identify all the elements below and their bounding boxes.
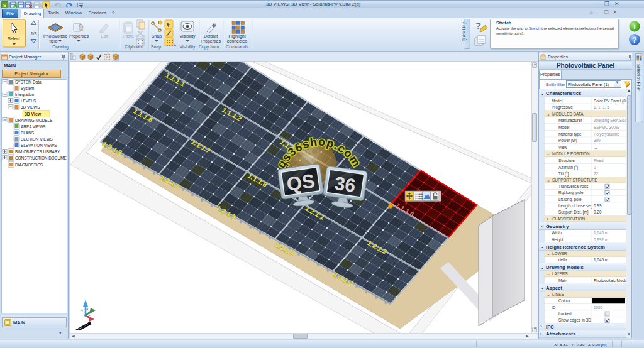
svg-text:Model: Model (558, 125, 569, 129)
svg-text:System: System (21, 86, 34, 91)
svg-text:AREA VIEWS: AREA VIEWS (21, 124, 45, 129)
svg-text:Lft.long. pole: Lft.long. pole (558, 197, 582, 202)
svg-text:DRAWING MODELS: DRAWING MODELS (15, 118, 52, 122)
svg-text:SUPPORT STRUCTURE: SUPPORT STRUCTURE (552, 178, 597, 182)
svg-text:Photovoltaic Modul: Photovoltaic Modul (594, 278, 628, 283)
svg-text:0,992 m: 0,992 m (594, 237, 608, 242)
svg-text:0.99: 0.99 (594, 204, 602, 208)
svg-text:Photovoltaic: Photovoltaic (43, 34, 68, 38)
svg-text:1. 1. 1. 5: 1. 1. 1. 5 (594, 105, 609, 109)
svg-text:⌄: ⌄ (547, 292, 550, 296)
svg-text:Height Reference System: Height Reference System (546, 244, 605, 250)
svg-text:⌄: ⌄ (547, 112, 550, 116)
svg-text:3D VIEWS: 3D VIEWS (21, 105, 40, 109)
svg-text:LOWER: LOWER (552, 251, 567, 256)
svg-text:⌄: ⌄ (547, 271, 550, 276)
svg-text:›: › (540, 324, 542, 329)
svg-text:...: ... (594, 145, 597, 150)
svg-text:SYSTEM Data: SYSTEM Data (15, 80, 42, 84)
svg-text:Edit: Edit (101, 34, 108, 38)
svg-text:CLASSIFICATION: CLASSIFICATION (552, 217, 585, 221)
svg-text:⌄: ⌄ (547, 251, 550, 256)
svg-text:36: 36 (333, 173, 357, 196)
svg-text:Snap: Snap (152, 34, 162, 39)
svg-text:BIM OBJECTS LIBRARY: BIM OBJECTS LIBRARY (15, 150, 60, 154)
svg-text:connected: connected (227, 39, 247, 43)
svg-text:3D View: 3D View (25, 112, 42, 116)
svg-text:Select: Select (8, 36, 20, 41)
svg-text:Azimuth [°]: Azimuth [°] (558, 165, 578, 170)
svg-text:⌄: ⌄ (540, 244, 545, 249)
svg-text:Drawing Models: Drawing Models (546, 264, 584, 270)
svg-text:1,045 m: 1,045 m (594, 258, 608, 262)
svg-text:MODULE POSITION: MODULE POSITION (552, 151, 590, 156)
svg-text:IFC: IFC (546, 324, 554, 330)
svg-text:delta: delta (558, 258, 567, 262)
svg-text:1050: 1050 (594, 305, 603, 310)
svg-text:QS: QS (286, 170, 316, 195)
svg-text:Properties: Properties (201, 39, 221, 44)
svg-text:Main: Main (558, 278, 567, 283)
svg-text:Visibility: Visibility (179, 45, 196, 50)
svg-text:Snap: Snap (151, 45, 161, 50)
svg-text:Copy from...: Copy from... (199, 45, 223, 50)
svg-text:Highlight: Highlight (228, 34, 245, 39)
svg-text:DIAGNOSTICS: DIAGNOSTICS (15, 163, 43, 167)
svg-text:Solar PV Panel (02): Solar PV Panel (02) (594, 99, 629, 104)
svg-text:Model: Model (552, 99, 562, 103)
svg-text:Rgt.long. pole: Rgt.long. pole (558, 190, 584, 195)
svg-text:1,640 m: 1,640 m (594, 231, 608, 235)
svg-text:ID: ID (552, 305, 556, 310)
svg-text:⌄: ⌄ (540, 285, 545, 290)
svg-text:›: › (540, 331, 542, 337)
svg-text:Characteristics: Characteristics (546, 90, 582, 96)
svg-text:Aspect: Aspect (546, 285, 562, 291)
svg-text:⌄: ⌄ (547, 151, 550, 156)
svg-text:Support Dist. [m]: Support Dist. [m] (558, 210, 589, 215)
svg-text:Drawing: Drawing (52, 45, 69, 50)
svg-text:Visibility: Visibility (179, 34, 196, 39)
svg-text:Z: Z (79, 309, 84, 312)
svg-text:Show edges in 3D: Show edges in 3D (558, 318, 591, 323)
svg-text:ESPMC 300W: ESPMC 300W (594, 125, 620, 129)
svg-text:Commands: Commands (226, 45, 248, 49)
svg-text:Tilt [°]: Tilt [°] (558, 171, 569, 177)
svg-text:⌄: ⌄ (540, 223, 545, 229)
svg-text:0.20: 0.20 (594, 210, 602, 214)
svg-text:LEVELS: LEVELS (21, 99, 36, 103)
svg-text:Default: Default (204, 34, 218, 38)
svg-text:View: View (558, 145, 567, 150)
svg-text:Polycrystalline: Polycrystalline (594, 132, 619, 137)
svg-text:MODULES DATA: MODULES DATA (552, 112, 584, 116)
svg-text:Integration: Integration (15, 92, 35, 97)
svg-text:PLANS: PLANS (21, 131, 34, 135)
svg-text:LINES: LINES (552, 292, 564, 296)
svg-text:S: S (3, 3, 7, 8)
svg-text:Paste: Paste (123, 34, 134, 38)
svg-text:ELEVATION VIEWS: ELEVATION VIEWS (21, 143, 57, 148)
svg-text:Colour: Colour (558, 298, 571, 303)
svg-text:Transversal rods: Transversal rods (558, 184, 588, 188)
svg-text:Zhejiang ERA Solar: Zhejiang ERA Solar (594, 118, 630, 123)
svg-text:300: 300 (594, 138, 601, 143)
svg-text:Geometry: Geometry (546, 224, 569, 229)
svg-text:Structure: Structure (558, 158, 575, 163)
svg-text:Height: Height (552, 237, 564, 242)
svg-text:Power [W]: Power [W] (558, 138, 577, 143)
svg-text:⌄: ⌄ (547, 178, 550, 182)
svg-text:field: field (50, 39, 58, 43)
svg-text:?: ? (632, 36, 636, 45)
svg-text:i: i (633, 23, 635, 30)
svg-text:Material type: Material type (558, 132, 582, 137)
svg-text:CONSTRUCTION DOCUMENTS: CONSTRUCTION DOCUMENTS (15, 156, 67, 160)
svg-text:SECTION VIEWS: SECTION VIEWS (21, 137, 53, 141)
svg-text:⌄: ⌄ (540, 264, 545, 270)
svg-text:Attachments: Attachments (546, 331, 576, 337)
svg-text:Locked: Locked (558, 312, 572, 316)
svg-text:22: 22 (594, 171, 599, 176)
svg-text:0: 0 (594, 165, 596, 170)
svg-text:LAYERS: LAYERS (552, 271, 568, 276)
svg-text:Progressive: Progressive (552, 105, 573, 110)
svg-text:Width: Width (552, 231, 562, 235)
svg-text:Manufacturer: Manufacturer (558, 118, 583, 122)
